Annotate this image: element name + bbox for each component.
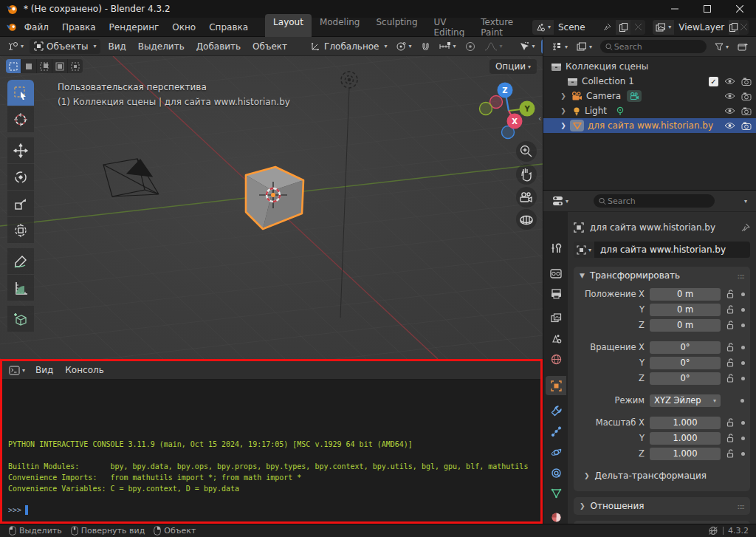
pivot-point-selector[interactable]: ▾ [393, 39, 414, 54]
maximize-button[interactable] [691, 0, 724, 18]
scale-y-field[interactable]: 1.000 [650, 432, 721, 445]
unlock-icon[interactable] [726, 374, 735, 383]
animate-dot[interactable] [741, 324, 745, 327]
unlock-icon[interactable] [726, 321, 735, 329]
tab-physics[interactable] [546, 442, 566, 462]
rotation-z-field[interactable]: 0° [650, 372, 721, 385]
scene-new-button[interactable] [616, 20, 630, 35]
camera-data-badge[interactable] [627, 90, 642, 102]
new-collection-button[interactable] [735, 39, 751, 54]
scene-unlink-button[interactable] [630, 20, 645, 35]
select-set-button[interactable] [6, 59, 21, 73]
tab-output[interactable] [546, 284, 566, 304]
tool-scale[interactable] [7, 191, 34, 216]
outliner-display-mode-selector[interactable]: ▾ [574, 39, 595, 54]
console-editor-type-selector[interactable]: ▾ [6, 363, 28, 377]
console-menu-view[interactable]: Вид [30, 363, 59, 377]
animate-dot[interactable] [741, 361, 745, 365]
collection-checkbox[interactable]: ✓ [709, 77, 718, 86]
pin-icon[interactable] [603, 23, 611, 31]
viewlayer-new-button[interactable] [729, 20, 738, 35]
render-visibility-icon[interactable] [741, 92, 752, 100]
unlock-icon[interactable] [726, 418, 735, 427]
select-extend-button[interactable] [21, 59, 37, 73]
cube-object[interactable] [246, 167, 303, 229]
tab-view-layer[interactable] [546, 308, 566, 327]
render-visibility-icon[interactable] [741, 122, 752, 130]
proportional-falloff-selector[interactable]: ▾ [481, 39, 506, 54]
transform-orientation-selector[interactable]: Глобальное▾ [308, 39, 390, 54]
outliner-search[interactable] [600, 40, 707, 53]
select-intersect-button[interactable] [68, 59, 83, 73]
viewport-menu-view[interactable]: Вид [102, 39, 131, 54]
hide-eye-icon[interactable] [724, 92, 735, 100]
unlock-icon[interactable] [726, 434, 735, 442]
animate-dot[interactable] [741, 346, 745, 349]
tool-select-box[interactable] [7, 80, 34, 106]
menu-help[interactable]: Справка [202, 19, 255, 35]
panel-grip-icon[interactable]: :::: [738, 502, 744, 510]
pan-button[interactable] [516, 164, 537, 185]
properties-search[interactable] [594, 194, 715, 208]
viewport-menu-select[interactable]: Выделить [132, 39, 190, 54]
tab-scene[interactable] [546, 329, 566, 348]
viewport-canvas[interactable]: Z Y X [0, 56, 543, 359]
animate-dot[interactable] [741, 452, 745, 456]
viewport-menu-add[interactable]: Добавить [190, 39, 247, 54]
properties-editor-type-selector[interactable]: ▾ [549, 194, 571, 208]
console-prompt-row[interactable]: >>> [8, 504, 535, 516]
mode-selector[interactable]: Объекты▾ [30, 39, 100, 54]
transform-panel-header[interactable]: ▼ Трансформировать :::: [574, 267, 750, 284]
light-object[interactable] [340, 72, 357, 318]
position-z-field[interactable]: 0 m [650, 319, 721, 332]
outliner-row-scene-collection[interactable]: Коллекция сцены [543, 59, 756, 74]
tool-measure[interactable] [7, 275, 34, 301]
rotation-y-field[interactable]: 0° [650, 357, 721, 369]
proportional-editing-toggle[interactable] [462, 39, 478, 54]
tab-modifiers[interactable] [546, 401, 566, 420]
outliner-row-active-object[interactable]: ❯ для сайта www.historian.by [543, 118, 756, 133]
unlock-icon[interactable] [726, 305, 735, 314]
expand-chevron-icon[interactable]: ❯ [560, 107, 567, 114]
tab-object[interactable] [546, 376, 566, 395]
scene-name-field[interactable]: Scene [554, 20, 616, 35]
menu-render[interactable]: Рендеринг [103, 19, 166, 35]
properties-search-input[interactable] [606, 196, 709, 207]
properties-options-dropdown[interactable]: ▾ [741, 194, 750, 208]
close-button[interactable] [724, 0, 756, 18]
hide-eye-icon[interactable] [724, 107, 735, 114]
tab-world[interactable] [546, 349, 566, 369]
outliner-search-input[interactable] [613, 41, 701, 52]
overlays-dropdown[interactable]: ▾ [516, 39, 538, 54]
options-dropdown[interactable]: Опции▾ [489, 59, 537, 74]
menu-file[interactable]: Файл [18, 19, 55, 35]
object-id-browse-button[interactable]: ▾ [574, 242, 594, 258]
delta-transform-subpanel[interactable]: ❯ Дельта-трансформация [574, 468, 743, 483]
tab-object-data[interactable] [546, 484, 566, 503]
tool-move[interactable] [7, 137, 34, 163]
light-data-badge[interactable] [613, 105, 628, 117]
object-name-field[interactable]: для сайта www.historian.by [594, 242, 750, 258]
select-subtract-button[interactable] [37, 59, 52, 73]
console-output[interactable]: PYTHON INTERACTIVE CONSOLE 3.11.9 (main,… [8, 439, 535, 516]
panel-grip-icon[interactable]: :::: [738, 272, 744, 280]
tab-render[interactable] [546, 264, 566, 283]
outliner-row-light[interactable]: ❯ Light [543, 103, 756, 118]
snap-toggle[interactable] [418, 39, 433, 54]
tool-annotate[interactable] [7, 248, 34, 274]
scale-x-field[interactable]: 1.000 [650, 417, 721, 429]
menu-edit[interactable]: Правка [55, 19, 103, 35]
viewlayer-remove-button[interactable] [739, 20, 749, 35]
gizmo-neg-y[interactable] [480, 103, 492, 115]
sidebar-toggle-icon[interactable]: ‹ [538, 114, 541, 123]
tab-particles[interactable] [546, 422, 566, 441]
expand-chevron-icon[interactable]: ❯ [560, 122, 567, 129]
snap-target-selector[interactable]: ▾ [436, 39, 459, 54]
animate-dot[interactable] [741, 437, 745, 440]
animate-dot[interactable] [741, 293, 745, 296]
console-menu-console[interactable]: Консоль [59, 363, 109, 377]
rotation-x-field[interactable]: 0° [650, 341, 721, 354]
orthographic-toggle-button[interactable] [516, 209, 537, 230]
scale-z-field[interactable]: 1.000 [650, 448, 721, 460]
expand-chevron-icon[interactable]: ❯ [560, 92, 567, 100]
